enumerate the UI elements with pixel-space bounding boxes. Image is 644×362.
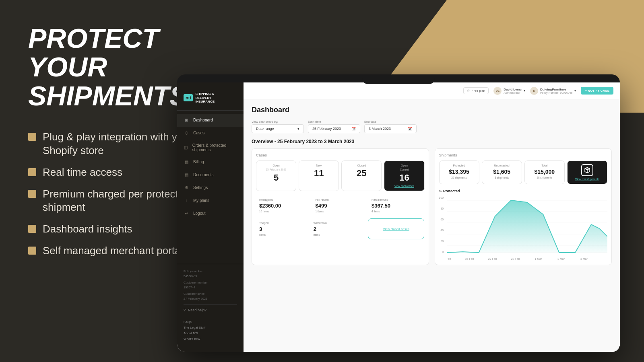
chart-title: % Protected — [439, 189, 608, 193]
calendar-end-icon: 📅 — [408, 127, 412, 131]
bullet-icon-5 — [28, 247, 36, 255]
shipments-section-title: Shipments — [439, 153, 608, 157]
case-value-open-prev: 5 — [260, 173, 292, 183]
triage-stat-withdrawn: Withdrawn 2 Items — [310, 218, 365, 239]
cases-section-title: Cases — [256, 153, 425, 157]
view-filter-group: View dashboard by: Date range ▾ — [252, 120, 304, 133]
sidebar-logo: nti SHIPPING &DELIVERYINSURANCE — [177, 89, 244, 111]
view-closed-card[interactable]: View closed cases — [368, 218, 425, 239]
chart-svg-container: 25 Feb 26 Feb 27 Feb 28 Feb 1 Mar 2 Mar … — [447, 196, 607, 261]
case-card-open-current: Open Current 16 View open cases — [384, 160, 424, 191]
app-mockup: nti SHIPPING &DELIVERYINSURANCE ⊞ Dashbo… — [177, 74, 620, 352]
cases-cards: Open 25 February 2023 5 New 11 Closed 25 — [256, 160, 425, 191]
sidebar-help[interactable]: ? Need help? — [184, 304, 237, 315]
main-content: ☆ Free plan DL David Lymc Administrator … — [244, 82, 620, 352]
svg-text:3 Mar: 3 Mar — [580, 257, 588, 260]
nti-logo: nti SHIPPING &DELIVERYINSURANCE — [184, 92, 237, 104]
chart-area: % Protected 100 80 60 40 20 0 — [439, 189, 608, 261]
sidebar-item-billing[interactable]: ▦ Billing — [177, 156, 244, 169]
nti-logo-mark: nti — [184, 94, 193, 101]
refund-stat-partial: Partial refund $367.50 4 items — [368, 195, 425, 216]
topbar-user: DL David Lymc Administrator ▾ — [493, 87, 525, 95]
filter-row: View dashboard by: Date range ▾ Start da… — [252, 120, 612, 133]
svg-text:27 Feb: 27 Feb — [488, 257, 497, 260]
bullet-icon-3 — [28, 190, 36, 198]
shipments-chart-section: Shipments Protected $13,395 25 shipments… — [435, 148, 612, 265]
sidebar: nti SHIPPING &DELIVERYINSURANCE ⊞ Dashbo… — [177, 82, 244, 352]
free-plan-icon: ☆ — [467, 89, 470, 93]
documents-icon: ▤ — [184, 172, 189, 178]
sidebar-footer: Policy number 54550489 Customer number 1… — [177, 264, 244, 346]
end-date-label: End date — [364, 120, 417, 123]
case-sublabel-open-current: Current — [388, 168, 420, 171]
topbar-company: D DuivingFurniture Policy Number: 500900… — [530, 87, 576, 95]
refund-stat-resupplied: Resupplied $2360.00 15 items — [256, 195, 312, 216]
shipment-cards: Protected $13,395 25 shipments Unprotect… — [439, 160, 608, 184]
sidebar-legal-link[interactable]: The Legal Stuff — [184, 326, 237, 329]
case-label-open-current: Open — [388, 164, 420, 167]
nti-logo-text: SHIPPING &DELIVERYINSURANCE — [195, 92, 215, 104]
case-value-new: 11 — [303, 168, 334, 179]
app-inner: nti SHIPPING &DELIVERYINSURANCE ⊞ Dashbo… — [177, 82, 620, 352]
case-label-open-prev: Open — [260, 164, 292, 167]
free-plan-badge[interactable]: ☆ Free plan — [463, 87, 489, 94]
view-closed-link[interactable]: View closed cases — [383, 227, 409, 231]
dashboard-icon: ⊞ — [184, 117, 189, 123]
sidebar-item-dashboard[interactable]: ⊞ Dashboard — [177, 114, 244, 127]
case-sublabel-open-prev: 25 February 2023 — [260, 168, 292, 171]
start-date-input[interactable]: 25 February 2023 📅 — [308, 124, 360, 133]
svg-text:2 Mar: 2 Mar — [557, 257, 565, 260]
chevron-down-icon: ▾ — [524, 89, 525, 93]
sidebar-item-cases[interactable]: ⬡ Cases — [177, 127, 244, 140]
refund-triage-area: Resupplied $2360.00 15 items Full refund… — [256, 195, 425, 239]
triage-stats: Triaged 3 Items Withdrawn 2 Items — [256, 218, 425, 239]
end-date-group: End date 3 March 2023 📅 — [364, 120, 417, 133]
case-card-open-prev: Open 25 February 2023 5 — [256, 160, 296, 191]
shipment-card-view[interactable]: View my shipments — [567, 160, 607, 184]
shipment-card-total: Total $15,000 28 shipments — [524, 160, 565, 184]
svg-text:28 Feb: 28 Feb — [511, 257, 520, 260]
sidebar-bottom-links: FAQS The Legal Stuff About NTI What's ne… — [184, 320, 237, 341]
svg-text:1 Mar: 1 Mar — [535, 257, 542, 260]
settings-icon: ⚙ — [184, 185, 189, 191]
orders-icon: ◫ — [184, 145, 188, 150]
case-label-new: New — [303, 164, 334, 167]
company-chevron-icon: ▾ — [574, 89, 576, 93]
end-date-input[interactable]: 3 March 2023 📅 — [364, 124, 417, 133]
sidebar-item-orders[interactable]: ◫ Orders & protected shipments — [177, 140, 244, 156]
shipment-card-unprotected: Unprotected $1,605 3 shipments — [482, 160, 522, 184]
sidebar-policy-info: Policy number 54550489 Customer number 1… — [184, 269, 237, 301]
notify-case-button[interactable]: + NOTIFY CASE — [581, 87, 613, 95]
sidebar-about-link[interactable]: About NTI — [184, 331, 237, 335]
case-value-open-current: 16 — [388, 173, 420, 183]
view-filter-select[interactable]: Date range ▾ — [252, 124, 304, 133]
case-label-closed: Closed — [346, 164, 377, 167]
sidebar-item-settings[interactable]: ⚙ Settings — [177, 181, 244, 194]
overview-grid: Cases Open 25 February 2023 5 New 11 — [252, 148, 612, 265]
sidebar-faqs-link[interactable]: FAQS — [184, 320, 237, 324]
start-date-label: Start date — [308, 120, 360, 123]
case-card-new: New 11 — [299, 160, 339, 191]
cases-icon: ⬡ — [184, 130, 189, 136]
sidebar-item-plans[interactable]: ↑ My plans — [177, 194, 244, 207]
overview-title: Overview - 25 February 2023 to 3 March 2… — [252, 139, 612, 144]
refund-stat-full: Full refund $499 1 items — [312, 195, 369, 216]
view-filter-label: View dashboard by: — [252, 120, 304, 123]
sidebar-item-logout[interactable]: ↩ Logout — [177, 207, 244, 220]
bullet-icon-2 — [28, 168, 36, 176]
refund-stats: Resupplied $2360.00 15 items Full refund… — [256, 195, 425, 216]
chart-container: 100 80 60 40 20 0 — [439, 196, 608, 261]
shipment-card-protected: Protected $13,395 25 shipments — [439, 160, 479, 184]
sidebar-whats-new-link[interactable]: What's new — [184, 337, 237, 341]
page-title: Dashboard — [252, 106, 612, 114]
topbar: ☆ Free plan DL David Lymc Administrator … — [244, 82, 620, 99]
logout-icon: ↩ — [184, 211, 189, 216]
bullet-icon-4 — [28, 225, 36, 233]
view-open-cases-link[interactable]: View open cases — [388, 185, 420, 187]
svg-text:26 Feb: 26 Feb — [465, 257, 474, 260]
dashboard-body: Dashboard View dashboard by: Date range … — [244, 99, 620, 352]
sidebar-item-documents[interactable]: ▤ Documents — [177, 169, 244, 181]
svg-text:25 Feb: 25 Feb — [447, 257, 451, 260]
triage-stat-triaged: Triaged 3 Items — [256, 218, 310, 239]
user-avatar: DL — [493, 87, 502, 95]
